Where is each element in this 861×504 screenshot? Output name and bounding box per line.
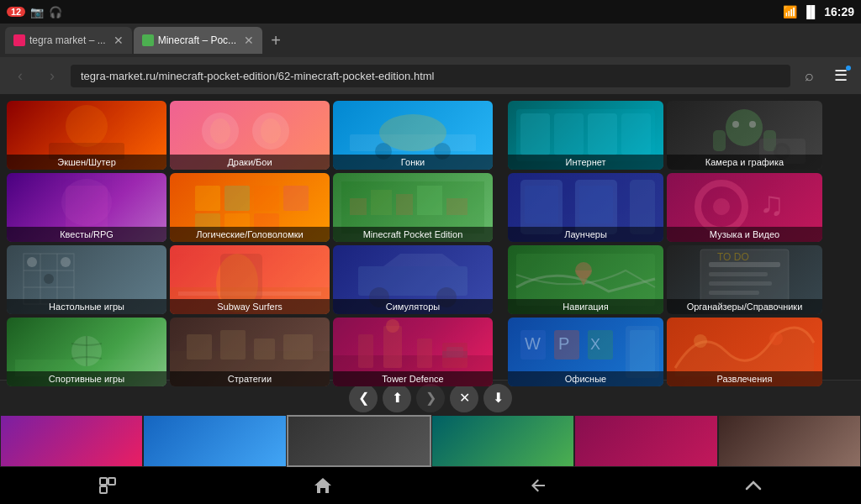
url-text: tegra-market.ru/minecraft-pocket-edition… (81, 70, 435, 82)
svg-rect-47 (220, 330, 246, 360)
thumb-2[interactable] (143, 415, 286, 467)
app-cell-internet[interactable]: Интернет (508, 101, 663, 170)
recent-apps-button[interactable] (82, 467, 133, 504)
game-cell-strategy[interactable]: Стратегии (170, 318, 330, 386)
app-label-media: Музыка и Видео (667, 227, 822, 242)
game-cell-fight[interactable]: Драки/Бои (170, 101, 330, 170)
svg-marker-115 (314, 478, 331, 493)
url-bar[interactable]: tegra-market.ru/minecraft-pocket-edition… (71, 65, 790, 87)
back-button[interactable]: ‹ (7, 62, 34, 89)
nav-close-circle[interactable]: ✕ (450, 384, 478, 412)
svg-rect-48 (254, 339, 275, 360)
thumb-3[interactable] (287, 415, 431, 467)
tab2-close[interactable]: ✕ (244, 34, 254, 47)
svg-rect-46 (187, 334, 212, 360)
game-cell-sim[interactable]: Симуляторы (333, 245, 493, 314)
svg-point-32 (44, 274, 54, 284)
svg-rect-51 (358, 334, 373, 368)
game-cell-rpg[interactable]: Квесты/RPG (7, 173, 166, 242)
menu-notification-dot (846, 66, 851, 71)
games-grid: Экшен/Шутер Драки/Бои Гонки (7, 101, 493, 373)
svg-rect-112 (100, 478, 107, 485)
svg-marker-39 (383, 254, 459, 266)
svg-point-53 (386, 319, 399, 333)
menu-button[interactable]: ☰ (827, 62, 854, 89)
svg-rect-114 (100, 486, 107, 493)
game-label-sport: Спортивные игры (7, 371, 166, 386)
svg-rect-15 (254, 186, 279, 211)
svg-rect-72 (525, 186, 558, 223)
tab-2[interactable]: Minecraft – Poc... ✕ (134, 27, 262, 54)
apps-grid: Интернет Камера и графика (508, 101, 822, 373)
forward-button[interactable]: › (39, 62, 66, 89)
game-label-board: Настольные игры (7, 299, 166, 314)
svg-point-33 (61, 257, 71, 267)
back-button[interactable] (513, 467, 563, 504)
game-label-action: Экшен/Шутер (7, 155, 166, 170)
game-label-rpg: Квесты/RPG (7, 227, 166, 242)
thumb-4[interactable] (431, 415, 574, 467)
status-bar: 12 📷 🎧 📶 ▐▌ 16:29 (0, 0, 861, 24)
svg-rect-14 (224, 186, 250, 211)
game-cell-board[interactable]: Настольные игры (7, 245, 166, 314)
app-cell-nav[interactable]: Навигация (508, 245, 663, 314)
svg-rect-22 (371, 190, 392, 215)
svg-point-77 (713, 198, 730, 215)
svg-rect-61 (588, 113, 617, 155)
headphones-icon: 🎧 (49, 6, 62, 18)
app-cell-office[interactable]: W P X Офисные (508, 318, 663, 386)
app-cell-launcher[interactable]: Лаунчеры (508, 173, 663, 242)
svg-point-97 (769, 332, 783, 345)
notification-badge: 12 (7, 7, 25, 17)
screenshot-icon: 📷 (30, 6, 44, 18)
game-cell-sport[interactable]: Спортивные игры (7, 318, 166, 386)
svg-point-66 (732, 121, 739, 128)
game-label-sim: Симуляторы (333, 299, 493, 314)
game-cell-subway[interactable]: Subway Surfers (170, 245, 330, 314)
game-label-strategy: Стратегии (170, 371, 330, 386)
svg-rect-23 (396, 194, 413, 215)
game-label-minecraft: Minecraft Pocket Edition (333, 227, 493, 242)
add-tab-button[interactable]: + (264, 29, 288, 52)
tab1-favicon (13, 34, 25, 46)
thumb-6[interactable] (718, 415, 861, 467)
time-display: 16:29 (824, 5, 854, 18)
game-cell-race[interactable]: Гонки (333, 101, 493, 170)
thumb-1[interactable] (0, 415, 143, 467)
system-bar (0, 467, 861, 504)
app-label-entertainment: Развлечения (667, 371, 822, 386)
app-cell-camera[interactable]: Камера и графика (667, 101, 822, 170)
nav-back-circle[interactable]: ❮ (349, 384, 378, 412)
home-button[interactable] (298, 467, 348, 504)
svg-point-63 (726, 109, 763, 146)
app-cell-media[interactable]: ♫ Музыка и Видео (667, 173, 822, 242)
address-bar: ‹ › tegra-market.ru/minecraft-pocket-edi… (0, 57, 861, 94)
grid-divider (493, 101, 508, 373)
up-button[interactable] (728, 467, 779, 504)
game-cell-puzzle[interactable]: Логические/Головоломки (170, 173, 330, 242)
game-cell-minecraft[interactable]: Minecraft Pocket Edition (333, 173, 493, 242)
svg-point-31 (27, 257, 37, 267)
tab2-favicon (142, 34, 154, 46)
app-cell-organizer[interactable]: TO DO Органайзеры/Справочники (667, 245, 822, 314)
svg-text:X: X (590, 336, 600, 353)
svg-text:P: P (558, 334, 569, 353)
nav-download-circle[interactable]: ⬇ (483, 384, 512, 412)
svg-rect-60 (554, 113, 584, 155)
game-cell-action[interactable]: Экшен/Шутер (7, 101, 166, 170)
game-cell-tower[interactable]: Tower Defence (333, 318, 493, 386)
svg-rect-37 (220, 254, 262, 300)
svg-rect-95 (630, 330, 655, 372)
svg-rect-16 (283, 186, 309, 211)
app-cell-entertainment[interactable]: Развлечения (667, 318, 822, 386)
thumb-5[interactable] (574, 415, 717, 467)
svg-rect-57 (442, 351, 467, 358)
tab-1[interactable]: tegra market – ... ✕ (5, 27, 132, 54)
svg-text:♫: ♫ (759, 185, 784, 222)
svg-rect-25 (446, 198, 467, 215)
nav-forward-circle[interactable]: ❯ (416, 384, 445, 412)
nav-up-circle[interactable]: ⬆ (383, 384, 411, 412)
search-button[interactable]: ⌕ (795, 62, 822, 89)
tab1-close[interactable]: ✕ (114, 34, 124, 47)
svg-rect-85 (709, 281, 772, 286)
